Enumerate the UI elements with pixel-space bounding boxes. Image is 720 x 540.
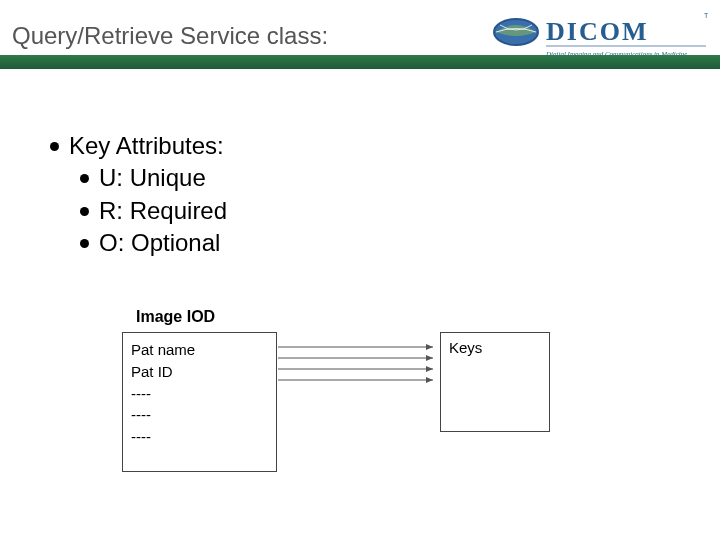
keys-title: Keys: [449, 339, 541, 356]
bullet-u-text: U: Unique: [99, 162, 206, 194]
bullet-dot-icon: [80, 239, 89, 248]
bullet-o: O: Optional: [80, 227, 700, 259]
iod-line-5: ----: [131, 426, 268, 448]
bullet-dot-icon: [50, 142, 59, 151]
bullet-r-text: R: Required: [99, 195, 227, 227]
bullet-r: R: Required: [80, 195, 700, 227]
iod-line-3: ----: [131, 383, 268, 405]
diagram: Image IOD Pat name Pat ID ---- ---- ----…: [120, 308, 620, 508]
bullet-main: Key Attributes:: [50, 130, 700, 162]
bullet-u: U: Unique: [80, 162, 700, 194]
content-area: Key Attributes: U: Unique R: Required O:…: [50, 130, 700, 260]
iod-line-2: Pat ID: [131, 361, 268, 383]
bullet-main-text: Key Attributes:: [69, 130, 224, 162]
slide-title: Query/Retrieve Service class:: [12, 22, 328, 50]
header: Query/Retrieve Service class: DICOM TM D…: [0, 0, 720, 72]
iod-line-1: Pat name: [131, 339, 268, 361]
iod-label: Image IOD: [136, 308, 215, 326]
keys-box: Keys: [440, 332, 550, 432]
bullet-o-text: O: Optional: [99, 227, 220, 259]
logo-text: DICOM: [546, 17, 648, 46]
mapping-arrows: [278, 340, 440, 400]
header-stripe: [0, 55, 720, 69]
iod-box: Pat name Pat ID ---- ---- ----: [122, 332, 277, 472]
iod-line-4: ----: [131, 404, 268, 426]
bullet-dot-icon: [80, 207, 89, 216]
svg-text:TM: TM: [704, 12, 708, 19]
bullet-dot-icon: [80, 174, 89, 183]
